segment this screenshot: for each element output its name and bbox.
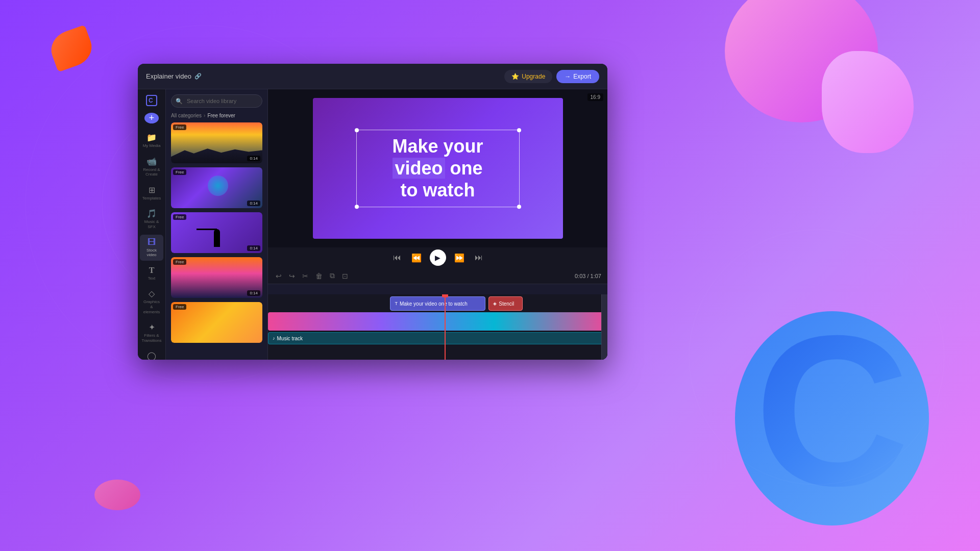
music-sfx-label: Music & SFX xyxy=(142,219,161,229)
filters-label: Filters &Transitions xyxy=(142,333,162,343)
fast-forward-button[interactable]: ⏩ xyxy=(452,251,467,265)
my-media-icon: 📁 xyxy=(146,133,157,142)
text-label: Text xyxy=(148,276,156,281)
text-clip[interactable]: T Make your video one to watch xyxy=(390,296,485,311)
text-line3: to watch xyxy=(400,180,475,201)
video-thumb-5[interactable]: Free xyxy=(171,302,262,343)
free-badge-4: Free xyxy=(173,259,186,265)
svg-text:C: C xyxy=(149,97,153,104)
sidebar-item-text[interactable]: T Text xyxy=(140,263,163,284)
track-row-video xyxy=(268,312,607,331)
playback-controls: ⏮ ⏪ ▶ ⏩ ⏭ xyxy=(268,247,607,268)
project-title-text: Explainer video xyxy=(146,72,191,80)
handle-tl[interactable] xyxy=(355,128,359,132)
video-thumb-2[interactable]: Free 0:14 xyxy=(171,167,262,208)
duration-2: 0:14 xyxy=(247,201,260,206)
undo-button[interactable]: ↩ xyxy=(274,270,283,282)
skip-to-end-button[interactable]: ⏭ xyxy=(473,251,485,264)
graphics-icon: ◇ xyxy=(149,289,155,298)
export-button[interactable]: → Export xyxy=(556,70,599,83)
canvas-area: 16:9 Make your video one to watch xyxy=(268,89,607,360)
canvas-preview: Make your video one to watch xyxy=(313,98,563,239)
upgrade-button[interactable]: ⭐ Upgrade xyxy=(504,70,552,83)
search-icon: 🔍 xyxy=(176,98,183,105)
text-clip-label: Make your video one to watch xyxy=(400,301,468,307)
time-total: 1:07 xyxy=(591,273,601,279)
time-display: 0:03 / 1:07 xyxy=(575,273,601,279)
upgrade-label: Upgrade xyxy=(522,73,545,80)
record-create-icon: 📹 xyxy=(146,157,157,166)
my-media-label: My Media xyxy=(143,143,161,148)
breadcrumb-parent[interactable]: All categories xyxy=(171,113,202,118)
filters-icon: ✦ xyxy=(149,322,155,332)
handle-bl[interactable] xyxy=(355,205,359,209)
text-icon: T xyxy=(149,266,155,275)
add-button[interactable]: + xyxy=(144,113,159,123)
rewind-button[interactable]: ⏪ xyxy=(409,251,424,265)
duration-4: 0:14 xyxy=(247,290,260,296)
stock-video-icon: 🎞 xyxy=(148,238,156,247)
video-thumb-1[interactable]: Free 0:14 xyxy=(171,122,262,163)
more-button[interactable]: ⊡ xyxy=(340,270,350,282)
app-window: Explainer video 🔗 ⭐ Upgrade → Export C xyxy=(138,64,607,360)
breadcrumb-separator: › xyxy=(204,113,205,118)
top-bar-actions: ⭐ Upgrade → Export xyxy=(504,70,599,83)
sidebar-item-templates[interactable]: ⊞ Templates xyxy=(140,182,163,204)
free-badge-5: Free xyxy=(173,304,186,310)
sidebar-item-filters[interactable]: ✦ Filters &Transitions xyxy=(140,319,163,346)
free-badge-2: Free xyxy=(173,169,186,175)
breadcrumb-current: Free forever xyxy=(207,113,235,118)
record-create-label: Record &Create xyxy=(143,167,160,177)
copy-button[interactable]: ⧉ xyxy=(328,270,336,282)
sidebar-item-record-create[interactable]: 📹 Record &Create xyxy=(140,154,163,180)
text-clip-icon: T xyxy=(395,301,398,306)
cut-button[interactable]: ✂ xyxy=(301,270,310,282)
video-thumb-4[interactable]: Free 0:14 xyxy=(171,257,262,298)
track-row-text: T Make your video one to watch ◈ Stencil xyxy=(268,296,607,311)
text-selection-box[interactable]: Make your video one to watch xyxy=(356,130,520,207)
timeline-area: ↩ ↪ ✂ 🗑 ⧉ ⊡ 0:03 / 1:07 xyxy=(268,268,607,360)
play-button[interactable]: ▶ xyxy=(430,249,446,266)
playhead[interactable] xyxy=(445,294,446,360)
free-badge-1: Free xyxy=(173,124,186,130)
track-row-music: ♪ Music track xyxy=(268,332,607,344)
sidebar-item-stock-video[interactable]: 🎞 Stockvideo xyxy=(140,235,163,261)
timeline-scrollbar[interactable] xyxy=(601,294,607,360)
free-badge-3: Free xyxy=(173,214,186,220)
export-label: Export xyxy=(573,73,591,80)
breadcrumb: All categories › Free forever xyxy=(166,111,267,122)
canvas-main-text: Make your video one to watch xyxy=(367,135,509,202)
skip-to-start-button[interactable]: ⏮ xyxy=(391,251,403,264)
timeline-tracks: T Make your video one to watch ◈ Stencil xyxy=(268,294,607,360)
time-current: 0:03 xyxy=(575,273,585,279)
music-sfx-icon: 🎵 xyxy=(146,209,157,218)
sidebar: C + 📁 My Media 📹 Record &Create ⊞ Templa… xyxy=(138,89,166,360)
sidebar-item-graphics[interactable]: ◇ Graphics &elements xyxy=(140,286,163,317)
bg-shape-pink-right xyxy=(822,51,914,153)
text-highlight: video xyxy=(393,158,445,179)
video-thumb-3[interactable]: Free 0:14 xyxy=(171,212,262,253)
music-clip[interactable]: ♪ Music track xyxy=(268,332,607,344)
delete-button[interactable]: 🗑 xyxy=(314,270,324,282)
sidebar-item-my-media[interactable]: 📁 My Media xyxy=(140,130,163,152)
sidebar-item-music-sfx[interactable]: 🎵 Music & SFX xyxy=(140,206,163,232)
app-logo: C xyxy=(144,94,159,107)
text-line1: Make your xyxy=(392,136,483,157)
templates-label: Templates xyxy=(142,196,161,201)
stencil-clip[interactable]: ◈ Stencil xyxy=(488,296,523,311)
top-bar: Explainer video 🔗 ⭐ Upgrade → Export xyxy=(138,64,607,89)
video-grid: Free 0:14 Free 0:14 Fre xyxy=(166,122,267,360)
search-input[interactable] xyxy=(171,94,262,108)
bg-shape-orange xyxy=(46,24,96,72)
bg-shape-blue: C xyxy=(735,311,929,525)
playhead-handle xyxy=(442,294,448,297)
lock-icon: 🔗 xyxy=(194,73,202,80)
sidebar-item-brand[interactable]: ◯ Brand xyxy=(140,348,163,360)
video-clip[interactable] xyxy=(268,312,607,331)
brand-icon: ◯ xyxy=(147,351,156,360)
handle-br[interactable] xyxy=(517,205,521,209)
redo-button[interactable]: ↪ xyxy=(287,270,297,282)
stencil-clip-icon: ◈ xyxy=(493,301,497,306)
handle-tr[interactable] xyxy=(517,128,521,132)
timeline-content: T Make your video one to watch ◈ Stencil xyxy=(268,294,607,360)
